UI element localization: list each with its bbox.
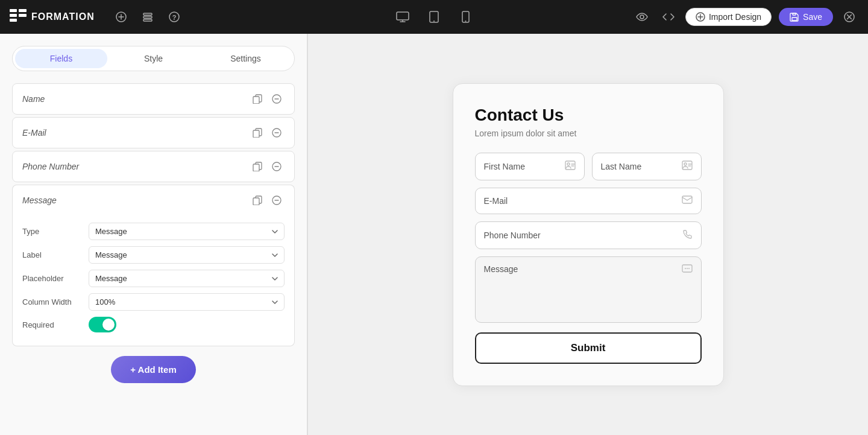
copy-email-button[interactable]	[250, 125, 265, 141]
submit-button[interactable]: Submit	[475, 332, 702, 364]
remove-message-button[interactable]	[269, 192, 285, 208]
setting-width-select[interactable]: 100% 50% 25%	[89, 293, 285, 311]
field-message-label: Message	[22, 195, 250, 205]
svg-point-57	[688, 268, 690, 269]
svg-rect-24	[792, 17, 797, 21]
message-label: Message	[484, 264, 518, 274]
tab-bar: Fields Style Settings	[12, 46, 295, 71]
remove-name-button[interactable]	[269, 91, 285, 107]
setting-required-label: Required	[22, 320, 89, 329]
setting-placeholder-select[interactable]: Message	[89, 270, 285, 287]
navbar: FORMATION ?	[0, 0, 868, 34]
form-title: Contact Us	[475, 106, 702, 125]
setting-width-row: Column Width 100% 50% 25%	[22, 293, 285, 311]
setting-label-row: Label Message	[22, 246, 285, 264]
phone-field[interactable]: Phone Number	[475, 221, 702, 249]
setting-width-label: Column Width	[22, 297, 89, 306]
message-textarea[interactable]: Message	[475, 256, 702, 323]
field-message[interactable]: Message	[12, 185, 295, 215]
first-name-label: First Name	[484, 162, 525, 171]
last-name-icon	[682, 160, 693, 173]
svg-text:?: ?	[172, 14, 176, 21]
add-item-button[interactable]: + Add Item	[111, 356, 196, 383]
phone-label: Phone Number	[484, 230, 541, 240]
tab-settings[interactable]: Settings	[200, 49, 292, 68]
tablet-button[interactable]	[423, 6, 445, 28]
tab-style[interactable]: Style	[107, 49, 200, 68]
svg-rect-38	[253, 164, 259, 171]
last-name-field[interactable]: Last Name	[592, 153, 702, 180]
svg-point-56	[687, 268, 688, 269]
logo-text: FORMATION	[31, 11, 95, 22]
setting-placeholder-row: Placeholder Message	[22, 270, 285, 287]
copy-name-button[interactable]	[250, 91, 265, 107]
svg-point-46	[567, 163, 570, 165]
field-message-icons	[250, 192, 285, 208]
setting-type-select[interactable]: Message Text Number	[89, 223, 285, 240]
svg-rect-10	[143, 19, 152, 21]
add-button[interactable]	[112, 7, 131, 27]
left-panel: Fields Style Settings Name	[0, 34, 307, 435]
import-design-button[interactable]: Import Design	[685, 8, 772, 26]
layers-button[interactable]	[138, 7, 157, 27]
svg-rect-25	[793, 13, 796, 15]
setting-placeholder-label: Placeholder	[22, 274, 89, 283]
required-toggle[interactable]	[89, 317, 116, 332]
eye-button[interactable]	[632, 7, 652, 27]
svg-rect-0	[10, 9, 17, 12]
close-nav-button[interactable]	[840, 8, 858, 26]
mobile-button[interactable]	[454, 6, 476, 28]
message-settings: Type Message Text Number Label Message P…	[12, 215, 295, 346]
right-panel: Contact Us Lorem ipsum dolor sit amet Fi…	[308, 34, 868, 435]
svg-rect-13	[397, 12, 409, 20]
svg-rect-49	[682, 161, 692, 170]
navbar-right: Import Design Save	[632, 7, 858, 27]
logo: FORMATION	[10, 9, 95, 25]
svg-point-17	[433, 21, 435, 22]
svg-rect-34	[253, 130, 259, 138]
svg-rect-2	[10, 19, 17, 22]
code-button[interactable]	[659, 7, 678, 27]
device-switcher	[392, 6, 476, 28]
field-email[interactable]: E-Mail	[12, 117, 295, 148]
field-email-icons	[250, 125, 285, 141]
logo-icon	[10, 9, 27, 25]
svg-rect-8	[143, 13, 152, 15]
toggle-thumb	[102, 319, 115, 331]
email-label: E-Mail	[484, 196, 508, 206]
toggle-track[interactable]	[89, 317, 116, 332]
first-name-field[interactable]: First Name	[475, 153, 585, 180]
field-name-label: Name	[22, 94, 250, 104]
form-subtitle: Lorem ipsum dolor sit amet	[475, 129, 702, 138]
save-label: Save	[803, 12, 822, 22]
field-name[interactable]: Name	[12, 83, 295, 115]
tab-fields[interactable]: Fields	[15, 49, 107, 68]
svg-point-55	[685, 268, 686, 269]
save-button[interactable]: Save	[779, 8, 833, 26]
main-layout: Fields Style Settings Name	[0, 34, 868, 435]
setting-type-label: Type	[22, 227, 89, 236]
svg-point-50	[684, 163, 687, 165]
svg-point-19	[465, 21, 466, 22]
help-button[interactable]: ?	[165, 7, 184, 27]
form-preview: Contact Us Lorem ipsum dolor sit amet Fi…	[453, 83, 724, 386]
field-phone-icons	[250, 159, 285, 174]
last-name-label: Last Name	[601, 162, 642, 171]
first-name-icon	[565, 160, 576, 173]
copy-message-button[interactable]	[250, 192, 265, 208]
setting-label-select[interactable]: Message	[89, 246, 285, 264]
email-field[interactable]: E-Mail	[475, 188, 702, 214]
remove-email-button[interactable]	[269, 125, 285, 141]
field-email-label: E-Mail	[22, 128, 250, 138]
svg-rect-45	[565, 161, 575, 170]
remove-phone-button[interactable]	[269, 159, 285, 174]
form-name-row: First Name Last Name	[475, 153, 702, 180]
field-phone-label: Phone Number	[22, 162, 250, 171]
svg-rect-3	[19, 9, 27, 12]
svg-rect-1	[10, 14, 17, 17]
copy-phone-button[interactable]	[250, 159, 265, 174]
message-icon	[682, 264, 693, 276]
svg-point-20	[640, 15, 644, 19]
desktop-button[interactable]	[392, 6, 414, 28]
field-phone[interactable]: Phone Number	[12, 151, 295, 182]
